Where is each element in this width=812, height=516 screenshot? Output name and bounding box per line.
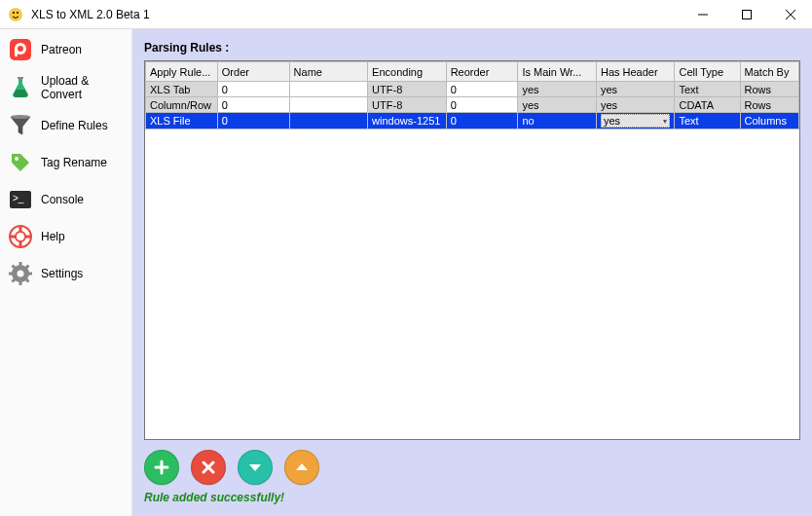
- sidebar-item-label: Console: [41, 193, 84, 206]
- table-cell[interactable]: Rows: [740, 97, 798, 113]
- move-down-button[interactable]: [238, 450, 273, 485]
- col-order[interactable]: Order: [217, 62, 289, 82]
- sidebar: Patreon Upload & Convert Define Rules Ta…: [0, 29, 132, 516]
- titlebar: XLS to XML 2.0 Beta 1: [0, 0, 812, 29]
- col-celltype[interactable]: Cell Type: [675, 62, 740, 82]
- table-cell[interactable]: yes: [596, 97, 675, 113]
- table-cell[interactable]: 0: [446, 82, 518, 97]
- rules-table-wrap: Apply Rule... Order Name Enconding Reord…: [144, 60, 800, 440]
- table-cell[interactable]: XLS File: [146, 113, 218, 129]
- has-header-dropdown[interactable]: yes▾: [601, 114, 671, 128]
- chevron-down-icon: ▾: [663, 117, 667, 126]
- flask-icon: [8, 75, 33, 100]
- table-cell[interactable]: 0: [217, 97, 289, 113]
- col-apply[interactable]: Apply Rule...: [146, 62, 218, 82]
- col-reorder[interactable]: Reorder: [446, 62, 518, 82]
- svg-point-0: [9, 8, 22, 21]
- table-cell[interactable]: yes▾: [596, 113, 675, 129]
- sidebar-item-settings[interactable]: Settings: [0, 255, 131, 292]
- svg-rect-11: [18, 77, 23, 79]
- svg-point-13: [15, 157, 18, 161]
- add-button[interactable]: [144, 450, 179, 485]
- close-button[interactable]: [768, 0, 812, 28]
- table-cell[interactable]: CDATA: [675, 97, 740, 113]
- col-name[interactable]: Name: [289, 62, 368, 82]
- svg-point-2: [17, 12, 18, 14]
- svg-rect-4: [742, 10, 751, 18]
- svg-point-9: [18, 46, 23, 52]
- sidebar-item-label: Settings: [41, 267, 83, 280]
- table-cell[interactable]: windows-1251: [368, 113, 447, 129]
- col-hasheader[interactable]: Has Header: [596, 62, 675, 82]
- main-panel: Parsing Rules : Apply Rule... Order Name…: [132, 29, 812, 516]
- col-matchby[interactable]: Match By: [740, 62, 798, 82]
- section-title: Parsing Rules :: [144, 41, 800, 55]
- sidebar-item-tag-rename[interactable]: Tag Rename: [0, 144, 131, 181]
- table-cell[interactable]: 0: [217, 82, 289, 97]
- sidebar-item-console[interactable]: >_ Console: [0, 181, 131, 218]
- svg-rect-20: [19, 262, 22, 266]
- window-title: XLS to XML 2.0 Beta 1: [31, 8, 681, 21]
- table-row[interactable]: Column/Row0UTF-80yesyesCDATARows: [146, 97, 799, 113]
- table-cell[interactable]: Text: [675, 113, 740, 129]
- sidebar-item-label: Define Rules: [41, 119, 108, 132]
- gear-icon: [8, 261, 33, 286]
- svg-rect-21: [19, 281, 22, 285]
- status-message: Rule added successfully!: [144, 491, 800, 504]
- table-cell[interactable]: yes: [518, 97, 597, 113]
- table-cell[interactable]: [289, 97, 368, 113]
- tag-icon: [8, 150, 33, 175]
- svg-point-12: [11, 115, 30, 119]
- table-cell[interactable]: no: [518, 113, 597, 129]
- table-cell[interactable]: 0: [446, 113, 518, 129]
- table-cell[interactable]: 0: [446, 97, 518, 113]
- table-cell[interactable]: yes: [518, 82, 597, 97]
- svg-point-1: [13, 12, 15, 14]
- table-cell[interactable]: UTF-8: [368, 97, 447, 113]
- delete-button[interactable]: [191, 450, 226, 485]
- sidebar-item-label: Help: [41, 230, 65, 243]
- minimize-button[interactable]: [681, 0, 724, 28]
- sidebar-item-upload[interactable]: Upload & Convert: [0, 68, 131, 107]
- table-cell[interactable]: Text: [675, 82, 740, 97]
- col-ismain[interactable]: Is Main Wr...: [518, 62, 597, 82]
- table-cell[interactable]: [289, 113, 368, 129]
- patreon-icon: [8, 37, 33, 62]
- sidebar-item-help[interactable]: Help: [0, 218, 131, 255]
- svg-rect-10: [15, 48, 18, 56]
- app-icon: [8, 7, 23, 22]
- table-cell[interactable]: UTF-8: [368, 82, 447, 97]
- funnel-icon: [8, 113, 33, 138]
- table-cell[interactable]: Column/Row: [146, 97, 218, 113]
- table-row[interactable]: XLS Tab0UTF-80yesyesTextRows: [146, 82, 799, 97]
- table-row[interactable]: XLS File0windows-12510noyes▾TextColumns: [146, 113, 799, 129]
- table-cell[interactable]: Columns: [740, 113, 798, 129]
- lifebuoy-icon: [8, 224, 33, 249]
- move-up-button[interactable]: [284, 450, 319, 485]
- table-cell[interactable]: yes: [596, 82, 675, 97]
- table-header-row: Apply Rule... Order Name Enconding Reord…: [146, 62, 799, 82]
- terminal-icon: >_: [8, 187, 33, 212]
- svg-point-19: [18, 271, 24, 277]
- rules-table[interactable]: Apply Rule... Order Name Enconding Reord…: [145, 61, 799, 129]
- table-cell[interactable]: [289, 82, 368, 97]
- table-cell[interactable]: 0: [217, 113, 289, 129]
- table-cell[interactable]: Rows: [740, 82, 798, 97]
- col-encoding[interactable]: Enconding: [368, 62, 447, 82]
- sidebar-item-label: Patreon: [41, 43, 82, 56]
- action-buttons: [144, 450, 800, 485]
- sidebar-item-label: Upload & Convert: [41, 74, 124, 101]
- svg-text:>_: >_: [13, 193, 24, 203]
- svg-rect-22: [9, 273, 13, 276]
- table-cell[interactable]: XLS Tab: [146, 82, 218, 97]
- sidebar-item-define-rules[interactable]: Define Rules: [0, 107, 131, 144]
- sidebar-item-patreon[interactable]: Patreon: [0, 31, 131, 68]
- svg-rect-23: [28, 273, 32, 276]
- maximize-button[interactable]: [724, 0, 768, 28]
- sidebar-item-label: Tag Rename: [41, 156, 107, 169]
- svg-point-17: [16, 232, 25, 241]
